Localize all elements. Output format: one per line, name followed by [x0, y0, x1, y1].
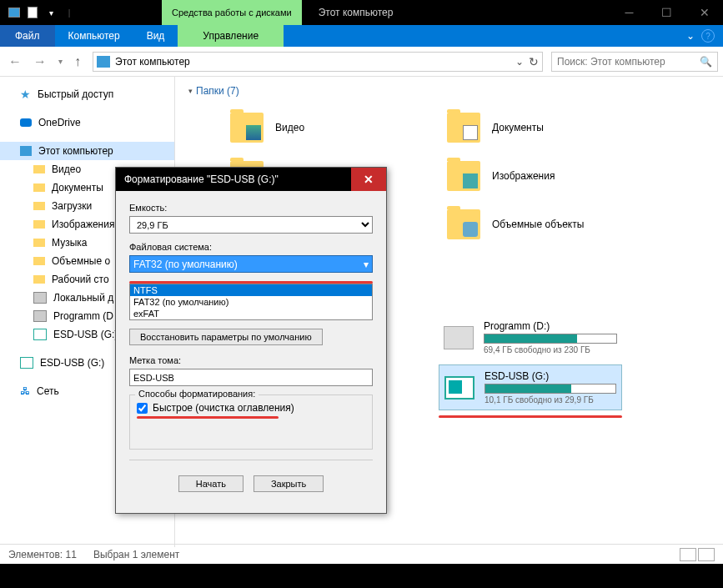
refresh-icon[interactable]: ↻ [529, 55, 539, 68]
capacity-bar [484, 334, 617, 344]
view-details-button[interactable] [680, 548, 696, 561]
search-input[interactable] [557, 56, 700, 68]
folder-icon [33, 202, 45, 210]
maximize-button[interactable]: ☐ [648, 0, 685, 25]
sidebar-quick-access[interactable]: ★Быстрый доступ [0, 85, 174, 103]
context-tab[interactable]: Средства работы с дисками [162, 0, 302, 25]
drive-stats: 69,4 ГБ свободно из 230 ГБ [484, 345, 617, 354]
restore-defaults-button[interactable]: Восстановить параметры по умолчанию [129, 329, 323, 345]
quick-format-input[interactable] [137, 403, 148, 414]
volume-label-input[interactable] [129, 369, 373, 386]
window: ▾ | Средства работы с дисками Этот компь… [0, 0, 723, 588]
qa-dropdown-icon[interactable]: ▾ [42, 3, 60, 22]
folder-3d-objects[interactable]: Объемные объекты [405, 200, 622, 249]
close-button[interactable]: ✕ [685, 0, 723, 25]
folder-icon [33, 239, 45, 247]
selection-count: Выбран 1 элемент [93, 549, 179, 560]
drive-label: ESD-USB (G:) [485, 370, 616, 382]
search-icon[interactable]: 🔍 [700, 56, 712, 68]
folders-header[interactable]: ▾Папки (7) [188, 85, 715, 97]
view-large-button[interactable] [698, 548, 715, 561]
qa-doc-icon[interactable] [23, 3, 42, 22]
cloud-icon [20, 118, 32, 127]
filesystem-dropdown: NTFS FAT32 (по умолчанию) exFAT [129, 284, 373, 320]
qa-sep: | [60, 3, 78, 22]
group-title: Способы форматирования: [135, 389, 259, 399]
folder-icon [447, 161, 480, 191]
tab-manage[interactable]: Управление [178, 25, 284, 47]
chevron-down-icon: ▾ [188, 87, 193, 95]
filesystem-label: Файловая система: [129, 242, 373, 252]
drive-esd-usb[interactable]: ESD-USB (G:) 10,1 ГБ свободно из 29,9 ГБ [439, 364, 622, 410]
capacity-bar [485, 384, 616, 394]
usb-icon [20, 357, 33, 369]
start-button[interactable]: Начать [178, 475, 244, 492]
navbar: ← → ▾ ↑ Этот компьютер ⌄ ↻ 🔍 [0, 47, 723, 77]
fs-option-fat32[interactable]: FAT32 (по умолчанию) [130, 296, 372, 308]
pc-icon [97, 56, 110, 68]
folder-pictures[interactable]: Изображения [405, 152, 622, 200]
volume-label-label: Метка тома: [129, 355, 373, 365]
folder-icon [230, 113, 264, 143]
drive-programm-d[interactable]: Programm (D:) 69,4 ГБ свободно из 230 ГБ [439, 315, 622, 359]
folder-icon [447, 113, 480, 143]
tab-computer[interactable]: Компьютер [55, 25, 133, 47]
filesystem-select[interactable]: FAT32 (по умолчанию)▾ [129, 255, 373, 273]
drives-section: Programm (D:) 69,4 ГБ свободно из 230 ГБ… [439, 315, 715, 418]
folder-icon [33, 275, 45, 284]
minimize-button[interactable]: ─ [610, 0, 648, 25]
format-options-group: Способы форматирования: Быстрое (очистка… [129, 395, 373, 450]
help-icon[interactable]: ? [701, 29, 715, 43]
address-bar[interactable]: Этот компьютер ⌄ ↻ [93, 52, 543, 72]
drive-icon [33, 292, 47, 304]
file-menu[interactable]: Файл [0, 25, 55, 47]
format-dialog: Форматирование "ESD-USB (G:)" ✕ Емкость:… [115, 167, 387, 514]
dialog-close-button[interactable]: ✕ [351, 168, 386, 191]
drive-label: Programm (D:) [484, 320, 617, 332]
usb-icon [33, 329, 47, 340]
capacity-label: Емкость: [129, 203, 373, 213]
folder-icon [33, 220, 45, 229]
drive-icon [33, 310, 47, 322]
system-icon[interactable] [5, 3, 23, 22]
capacity-select[interactable]: 29,9 ГБ [129, 216, 373, 234]
close-dialog-button[interactable]: Закрыть [254, 475, 324, 492]
up-button[interactable]: ↑ [71, 54, 84, 69]
annotation-underline [439, 415, 622, 418]
recent-dropdown[interactable]: ▾ [55, 57, 66, 66]
search-box[interactable]: 🔍 [551, 52, 718, 72]
titlebar: ▾ | Средства работы с дисками Этот компь… [0, 0, 723, 25]
forward-button[interactable]: → [30, 54, 50, 69]
ribbon: Файл Компьютер Вид Управление ⌄ ? [0, 25, 723, 47]
tab-view[interactable]: Вид [133, 25, 178, 47]
drive-stats: 10,1 ГБ свободно из 29,9 ГБ [485, 395, 616, 405]
folder-icon [33, 183, 45, 192]
separator [129, 460, 373, 460]
address-dropdown-icon[interactable]: ⌄ [515, 56, 524, 68]
folder-documents[interactable]: Документы [405, 103, 622, 152]
folder-icon [33, 165, 45, 173]
quick-format-checkbox[interactable]: Быстрое (очистка оглавления) [137, 402, 365, 414]
usb-drive-icon [444, 376, 474, 400]
address-text: Этот компьютер [115, 56, 510, 68]
back-button[interactable]: ← [5, 54, 25, 69]
star-icon: ★ [20, 88, 31, 101]
fs-option-ntfs[interactable]: NTFS [130, 284, 372, 296]
folder-icon [447, 209, 480, 239]
sidebar-onedrive[interactable]: OneDrive [0, 113, 174, 132]
fs-option-exfat[interactable]: exFAT [130, 308, 372, 319]
pc-icon [20, 146, 32, 156]
ribbon-collapse-icon[interactable]: ⌄ [686, 30, 695, 42]
hdd-icon [444, 326, 474, 349]
dialog-titlebar[interactable]: Форматирование "ESD-USB (G:)" ✕ [116, 168, 386, 191]
item-count: Элементов: 11 [8, 549, 77, 560]
status-bar: Элементов: 11 Выбран 1 элемент [0, 544, 723, 564]
network-icon: 🖧 [20, 385, 30, 397]
sidebar-this-pc[interactable]: Этот компьютер [0, 142, 174, 160]
folder-videos[interactable]: Видео [188, 103, 405, 152]
dialog-title: Форматирование "ESD-USB (G:)" [124, 173, 279, 185]
folder-icon [33, 257, 45, 265]
window-title: Этот компьютер [319, 7, 394, 18]
chevron-down-icon: ▾ [364, 259, 369, 270]
